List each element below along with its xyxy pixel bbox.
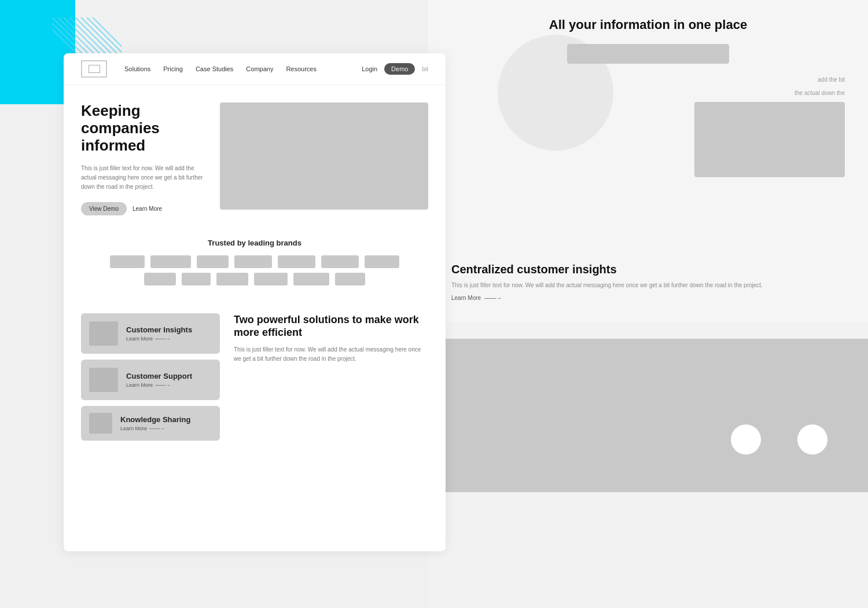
arrow-icon-support: ——→ bbox=[155, 382, 171, 388]
circle-overlay-2 bbox=[797, 424, 827, 455]
brand-logo-8 bbox=[144, 273, 176, 285]
login-link[interactable]: Login bbox=[362, 65, 377, 72]
hero-section: Keeping companies informed This is just … bbox=[64, 85, 446, 227]
solution-label-knowledge: Knowledge Sharing bbox=[120, 415, 190, 424]
solution-text-insights: Customer Insights Learn More ——→ bbox=[126, 325, 192, 342]
solution-icon-insights bbox=[89, 321, 118, 346]
nav-end-text: bit bbox=[422, 66, 428, 72]
nav-actions: Login Demo bit bbox=[362, 63, 428, 75]
solutions-right-title: Two powerful solutions to make work more… bbox=[234, 313, 428, 339]
brand-logo-10 bbox=[216, 273, 248, 285]
top-right-subtext: the actual down the bbox=[451, 89, 845, 97]
solution-label-insights: Customer Insights bbox=[126, 325, 192, 334]
trusted-title: Trusted by leading brands bbox=[81, 239, 428, 247]
centralized-section: Centralized customer insights This is ju… bbox=[428, 249, 868, 322]
solution-label-support: Customer Support bbox=[126, 372, 192, 380]
brand-logo-5 bbox=[278, 255, 315, 268]
solution-cards: Customer Insights Learn More ——→ Custome… bbox=[81, 313, 220, 446]
solution-icon-support bbox=[89, 368, 118, 392]
solution-text-knowledge: Knowledge Sharing Learn More ——→ bbox=[120, 415, 190, 431]
solution-learn-label-support: Learn More bbox=[126, 382, 153, 388]
solutions-right-description: This is just filler text for now. We wil… bbox=[234, 345, 428, 364]
centralized-learn-label: Learn More bbox=[451, 295, 481, 301]
nav-resources[interactable]: Resources bbox=[286, 65, 317, 72]
solution-text-support: Customer Support Learn More ——→ bbox=[126, 372, 192, 388]
main-content-card: Solutions Pricing Case Studies Company R… bbox=[64, 53, 446, 551]
hero-buttons: View Demo Learn More bbox=[81, 202, 208, 215]
arrow-icon: ——→ bbox=[484, 295, 502, 301]
bottom-right-image bbox=[428, 339, 868, 492]
brand-logo-7 bbox=[365, 255, 399, 268]
brand-row-1 bbox=[81, 255, 428, 268]
solution-icon-knowledge bbox=[89, 413, 112, 434]
centralized-learn-more[interactable]: Learn More ——→ bbox=[451, 295, 845, 301]
logo-icon bbox=[89, 65, 100, 73]
solution-card-insights: Customer Insights Learn More ——→ bbox=[81, 313, 220, 354]
learn-more-button[interactable]: Learn More bbox=[133, 202, 162, 215]
circle-overlay-1 bbox=[731, 424, 761, 455]
top-right-title: All your information in one place bbox=[451, 17, 845, 32]
brand-logo-12 bbox=[293, 273, 329, 285]
nav-case-studies[interactable]: Case Studies bbox=[196, 65, 233, 72]
top-right-image bbox=[694, 102, 845, 177]
brand-logo-9 bbox=[182, 273, 211, 285]
hero-title: Keeping companies informed bbox=[81, 102, 208, 155]
solution-learn-label-knowledge: Learn More bbox=[120, 426, 147, 431]
hero-description: This is just filler text for now. We wil… bbox=[81, 164, 208, 192]
brand-logo-2 bbox=[150, 255, 191, 268]
arrow-icon-knowledge: ——→ bbox=[149, 426, 165, 431]
brand-logo-6 bbox=[321, 255, 359, 268]
top-right-text: add the bit bbox=[451, 75, 845, 84]
brand-row-2 bbox=[81, 273, 428, 285]
solution-card-knowledge: Knowledge Sharing Learn More ——→ bbox=[81, 406, 220, 441]
nav-links: Solutions Pricing Case Studies Company R… bbox=[124, 65, 362, 72]
centralized-title: Centralized customer insights bbox=[451, 263, 845, 276]
trusted-section: Trusted by leading brands bbox=[64, 227, 446, 302]
solution-learn-support[interactable]: Learn More ——→ bbox=[126, 382, 192, 388]
brand-logo-4 bbox=[234, 255, 272, 268]
solution-learn-knowledge[interactable]: Learn More ——→ bbox=[120, 426, 190, 431]
nav-solutions[interactable]: Solutions bbox=[124, 65, 150, 72]
logo[interactable] bbox=[81, 60, 107, 78]
solutions-right-content: Two powerful solutions to make work more… bbox=[234, 313, 428, 446]
solutions-section: Customer Insights Learn More ——→ Custome… bbox=[64, 302, 446, 458]
solution-card-support: Customer Support Learn More ——→ bbox=[81, 360, 220, 400]
demo-button[interactable]: Demo bbox=[384, 63, 415, 75]
placeholder-bar bbox=[567, 44, 729, 64]
arrow-icon-insights: ——→ bbox=[155, 336, 171, 342]
centralized-description: This is just filler text for now. We wil… bbox=[451, 281, 845, 290]
hero-left: Keeping companies informed This is just … bbox=[81, 102, 208, 215]
view-demo-button[interactable]: View Demo bbox=[81, 202, 127, 215]
solution-learn-insights[interactable]: Learn More ——→ bbox=[126, 336, 192, 342]
nav-pricing[interactable]: Pricing bbox=[163, 65, 183, 72]
navbar: Solutions Pricing Case Studies Company R… bbox=[64, 53, 446, 85]
brand-logo-1 bbox=[110, 255, 145, 268]
solution-learn-label-insights: Learn More bbox=[126, 336, 153, 342]
brand-logo-13 bbox=[335, 273, 365, 285]
top-right-section: All your information in one place add th… bbox=[428, 0, 868, 249]
brand-logo-11 bbox=[254, 273, 288, 285]
nav-company[interactable]: Company bbox=[246, 65, 273, 72]
brand-logo-3 bbox=[197, 255, 229, 268]
hero-image bbox=[220, 102, 428, 210]
